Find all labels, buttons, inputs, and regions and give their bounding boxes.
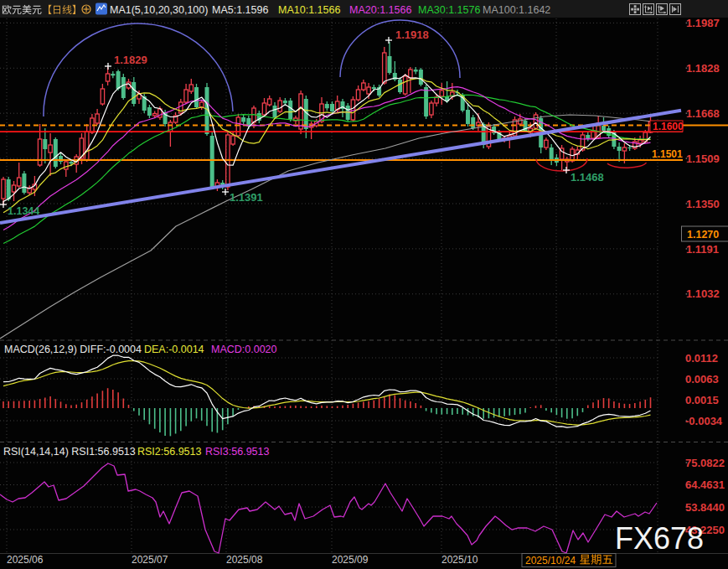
svg-text:2025/08: 2025/08 [226, 554, 263, 566]
svg-text:MA5:1.1596: MA5:1.1596 [212, 4, 268, 16]
svg-text:RSI(14,14,14) RSI1:56.9513: RSI(14,14,14) RSI1:56.9513 [3, 446, 136, 458]
svg-text:0.0112: 0.0112 [685, 352, 718, 365]
svg-text:2025/10/24: 2025/10/24 [525, 555, 576, 566]
svg-text:RSI3:56.9513: RSI3:56.9513 [205, 446, 269, 458]
svg-text:1.1032: 1.1032 [686, 287, 720, 300]
svg-text:1.1600: 1.1600 [653, 121, 684, 132]
svg-text:FX678: FX678 [615, 521, 704, 556]
svg-text:0.0015: 0.0015 [685, 394, 719, 406]
svg-text:1.1391: 1.1391 [230, 191, 263, 204]
svg-text:0.0063: 0.0063 [685, 373, 719, 385]
svg-text:2025/10: 2025/10 [441, 554, 478, 566]
svg-text:MACD(26,12,9) DIFF:-0.0004: MACD(26,12,9) DIFF:-0.0004 [4, 344, 142, 355]
svg-text:2025/06: 2025/06 [7, 554, 44, 566]
svg-text:-0.0034: -0.0034 [685, 415, 723, 427]
svg-text:1.1344: 1.1344 [8, 205, 39, 217]
svg-text:2025/07: 2025/07 [132, 554, 168, 566]
svg-text:75.0822: 75.0822 [685, 457, 725, 469]
svg-text:1.1918: 1.1918 [395, 28, 429, 41]
svg-text:53.8440: 53.8440 [685, 501, 725, 514]
svg-text:MACD:0.0020: MACD:0.0020 [211, 344, 277, 355]
svg-text:1.1828: 1.1828 [686, 62, 720, 75]
svg-text:2025/09: 2025/09 [332, 554, 369, 566]
svg-text:RSI2:56.9513: RSI2:56.9513 [137, 446, 201, 458]
svg-text:MA100:1.1642: MA100:1.1642 [483, 4, 550, 16]
svg-text:MA1(5,10,20,30,100): MA1(5,10,20,30,100) [110, 4, 208, 16]
svg-text:1.1350: 1.1350 [686, 198, 720, 210]
svg-text:DEA:-0.0014: DEA:-0.0014 [144, 344, 204, 355]
svg-text:1.1270: 1.1270 [687, 229, 719, 241]
svg-text:1.1468: 1.1468 [571, 171, 604, 184]
svg-text:1.1501: 1.1501 [652, 148, 683, 160]
svg-text:MA20:1.1566: MA20:1.1566 [349, 4, 411, 16]
svg-text:1.1829: 1.1829 [114, 54, 147, 66]
svg-text:MA10:1.1566: MA10:1.1566 [278, 4, 340, 16]
svg-text:1.1191: 1.1191 [686, 243, 719, 256]
svg-text:1.1509: 1.1509 [686, 153, 720, 165]
svg-text:MA30:1.1576: MA30:1.1576 [418, 4, 480, 16]
svg-text:1.1668: 1.1668 [686, 107, 720, 120]
svg-text:64.4631: 64.4631 [685, 478, 725, 491]
svg-text:1.1987: 1.1987 [686, 17, 720, 29]
